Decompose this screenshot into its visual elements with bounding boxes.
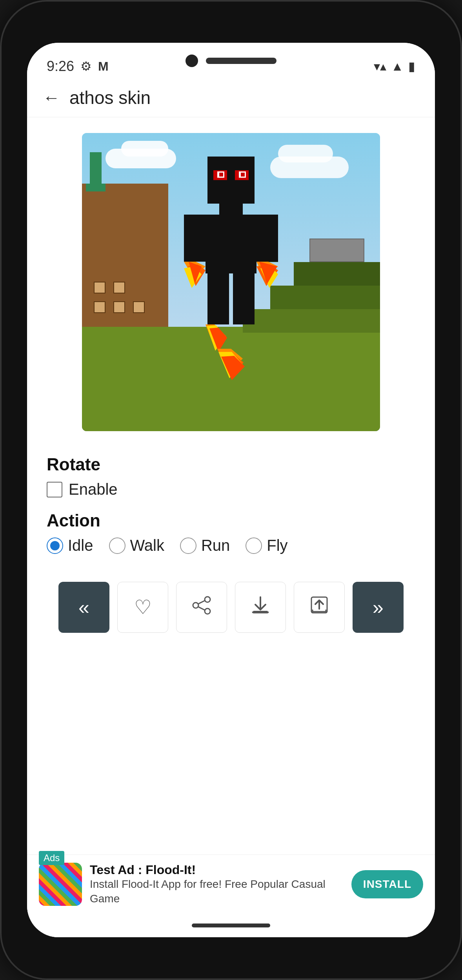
svg-rect-7	[219, 204, 243, 215]
export-button[interactable]	[294, 582, 345, 633]
svg-rect-6	[241, 173, 245, 177]
rotate-checkbox-row: Enable	[47, 481, 415, 498]
cloud-1a	[121, 141, 168, 157]
page-title: athos skin	[69, 87, 151, 108]
wifi-icon: ▾▴	[374, 59, 386, 74]
download-icon	[251, 595, 270, 619]
rotate-checkbox[interactable]	[47, 482, 62, 497]
ad-title: Test Ad : Flood-It!	[90, 863, 344, 877]
favorite-button[interactable]: ♡	[117, 582, 168, 633]
svg-rect-24	[233, 273, 255, 324]
svg-point-30	[193, 603, 198, 608]
ad-app-icon	[39, 863, 82, 906]
radio-fly[interactable]	[246, 537, 262, 554]
settings-icon: ⚙	[80, 59, 92, 74]
camera-area	[186, 55, 276, 67]
scene-wrapper	[82, 133, 380, 431]
bottom-bar	[27, 914, 435, 937]
window-1	[94, 301, 105, 313]
svg-point-29	[205, 597, 210, 602]
window-3	[133, 301, 145, 313]
skin-preview	[82, 133, 380, 431]
battery-icon: ▮	[408, 59, 415, 74]
prev-icon: «	[78, 596, 89, 619]
action-toolbar: « ♡	[27, 562, 435, 645]
svg-line-33	[198, 607, 205, 610]
window-5	[113, 282, 125, 293]
radio-option-fly[interactable]: Fly	[246, 537, 287, 554]
next-button[interactable]: »	[353, 582, 404, 633]
rotate-checkbox-label: Enable	[69, 481, 118, 498]
ad-icon-graphic	[39, 863, 82, 906]
radio-option-idle[interactable]: Idle	[47, 537, 93, 554]
heart-icon: ♡	[134, 596, 152, 619]
window-4	[94, 282, 105, 293]
prev-button[interactable]: «	[58, 582, 109, 633]
signal-icon: ▲	[391, 59, 404, 74]
radio-walk[interactable]	[109, 537, 126, 554]
radio-option-run[interactable]: Run	[180, 537, 230, 554]
status-right: ▾▴ ▲ ▮	[374, 59, 415, 74]
ad-install-button[interactable]: INSTALL	[351, 870, 423, 898]
svg-rect-19	[207, 273, 229, 324]
tower-top	[90, 152, 102, 184]
share-icon	[192, 596, 211, 619]
terrain-step-3	[294, 262, 380, 286]
ad-text-block: Test Ad : Flood-It! Install Flood-It App…	[90, 863, 344, 906]
svg-rect-9	[184, 215, 206, 262]
svg-line-32	[198, 601, 205, 604]
radio-idle[interactable]	[47, 537, 63, 554]
content-spacer	[27, 645, 435, 854]
ad-banner: Ads Test Ad : Flood-It! Install Flood-It…	[27, 854, 435, 914]
window-2	[113, 301, 125, 313]
stone-block	[309, 239, 364, 262]
action-title: Action	[47, 511, 415, 530]
phone-frame: 9:26 ⚙ M ▾▴ ▲ ▮ ← athos skin	[0, 0, 462, 980]
tower-mid	[86, 184, 105, 191]
radio-run-label: Run	[201, 537, 230, 554]
radio-run[interactable]	[180, 537, 196, 554]
speaker	[206, 58, 276, 64]
home-indicator	[192, 924, 270, 927]
header: ← athos skin	[27, 78, 435, 117]
radio-fly-label: Fly	[267, 537, 287, 554]
svg-rect-14	[256, 215, 278, 262]
ads-badge: Ads	[39, 851, 64, 865]
download-button[interactable]	[235, 582, 286, 633]
rotate-title: Rotate	[47, 455, 415, 474]
share-button[interactable]	[176, 582, 227, 633]
ad-description: Install Flood-It App for free! Free Popu…	[90, 877, 344, 906]
radio-option-walk[interactable]: Walk	[109, 537, 164, 554]
back-button[interactable]: ←	[43, 88, 60, 107]
export-icon	[309, 595, 329, 619]
mail-icon: M	[98, 59, 109, 74]
camera-dot	[186, 55, 198, 67]
status-left: 9:26 ⚙ M	[47, 58, 109, 75]
phone-screen: 9:26 ⚙ M ▾▴ ▲ ▮ ← athos skin	[27, 43, 435, 937]
svg-rect-5	[219, 173, 223, 177]
controls-section: Rotate Enable Action Idle Walk Run	[27, 447, 435, 562]
minecraft-character	[172, 145, 290, 400]
svg-point-31	[205, 608, 210, 614]
radio-idle-label: Idle	[68, 537, 93, 554]
svg-rect-8	[206, 215, 256, 273]
next-icon: »	[373, 596, 384, 619]
time-display: 9:26	[47, 58, 74, 75]
radio-walk-label: Walk	[130, 537, 164, 554]
action-radio-row: Idle Walk Run Fly	[47, 537, 415, 554]
